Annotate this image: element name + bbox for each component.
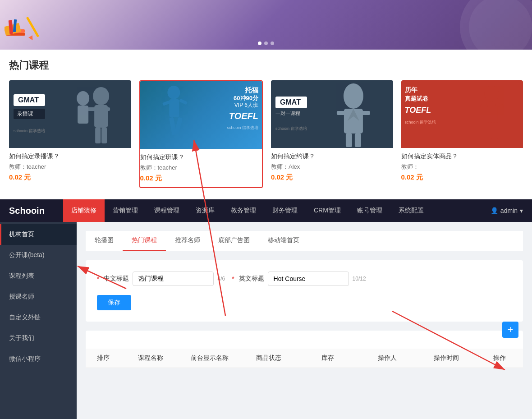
nav-items: 店铺装修 营销管理 课程管理 资源库 教务管理 财务管理 CRM管理 账号管理 … xyxy=(63,199,491,222)
svg-rect-5 xyxy=(26,17,39,37)
svg-point-17 xyxy=(167,86,180,99)
course-price-4: 0.02 元 xyxy=(401,173,523,182)
english-char-count: 10/12 xyxy=(353,276,366,282)
sidebar-item-home[interactable]: 机构首页 xyxy=(0,224,77,245)
nav-item-account[interactable]: 账号管理 xyxy=(349,199,390,222)
svg-rect-20 xyxy=(179,99,187,105)
svg-point-8 xyxy=(469,0,532,50)
course-card-1[interactable]: GMAT 录播课 schooin 留学选培 如何搞定录播课？ 教师：teache… xyxy=(9,80,131,188)
english-title-group: * 英文标题 10/12 xyxy=(232,272,366,286)
tab-recommend-teacher[interactable]: 推荐名师 xyxy=(166,231,209,251)
chinese-title-group: * 中文标题 4/6 xyxy=(97,272,225,286)
add-course-button[interactable]: + xyxy=(502,322,518,338)
chinese-title-input[interactable] xyxy=(133,272,214,286)
nav-admin[interactable]: 👤 admin ▾ xyxy=(491,207,523,214)
col-header-actions: 操作 xyxy=(476,354,523,362)
nav-item-marketing[interactable]: 营销管理 xyxy=(105,199,146,222)
svg-rect-32 xyxy=(481,104,488,107)
courses-grid: GMAT 录播课 schooin 留学选培 如何搞定录播课？ 教师：teache… xyxy=(9,80,523,188)
course-name-2: 如何搞定班课？ xyxy=(140,153,262,161)
course-img-4: 历年 真题试卷 TOEFL schooin 留学选培 xyxy=(401,80,523,148)
course-info-2: 如何搞定班课？ 教师：teacher 0.02 元 xyxy=(140,149,262,187)
admin-label: admin xyxy=(500,207,518,214)
svg-rect-12 xyxy=(101,107,110,111)
svg-point-30 xyxy=(485,86,499,102)
nav-item-system[interactable]: 系统配置 xyxy=(390,199,432,222)
course-img-3: GMAT 一对一课程 schooin 留学选培 xyxy=(271,80,393,148)
course-card-2[interactable]: 托福 60冲90分 VIP 6人班 TOEFL schooin 留学选培 如何搞… xyxy=(139,80,263,188)
col-header-status: 商品状态 xyxy=(239,354,298,362)
nav-item-finance[interactable]: 财务管理 xyxy=(264,199,306,222)
course-price-2: 0.02 元 xyxy=(140,174,262,183)
svg-rect-28 xyxy=(355,134,361,147)
nav-item-teaching[interactable]: 教务管理 xyxy=(223,199,264,222)
english-title-input[interactable] xyxy=(268,272,349,286)
chinese-title-label: 中文标题 xyxy=(104,275,129,283)
banner-dot-3[interactable] xyxy=(271,41,274,45)
tab-mobile[interactable]: 移动端首页 xyxy=(259,231,308,251)
chevron-down-icon: ▾ xyxy=(520,207,523,214)
svg-rect-14 xyxy=(101,128,107,143)
course-teacher-1: 教师：teacher xyxy=(9,163,131,171)
nav-item-course[interactable]: 课程管理 xyxy=(146,199,188,222)
col-header-display-name: 前台显示名称 xyxy=(180,354,239,362)
svg-rect-26 xyxy=(361,111,370,115)
banner-books-icon xyxy=(5,2,59,45)
banner-dot-2[interactable] xyxy=(264,41,268,45)
banner xyxy=(0,0,532,50)
sidebar-item-opencourse[interactable]: 公开课(beta) xyxy=(0,245,77,266)
tab-hot-course[interactable]: 热门课程 xyxy=(123,231,166,251)
sidebar-item-courselist[interactable]: 课程列表 xyxy=(0,266,77,286)
english-title-label: 英文标题 xyxy=(239,275,264,283)
col-header-name: 课程名称 xyxy=(121,354,180,362)
course-img-2: 托福 60冲90分 VIP 6人班 TOEFL schooin 留学选培 xyxy=(140,81,262,149)
chinese-char-count: 4/6 xyxy=(217,276,225,282)
person-reading-silhouette xyxy=(456,80,523,148)
required-star-en: * xyxy=(232,275,234,282)
content-area: 轮播图 热门课程 推荐名师 底部广告图 移动端首页 * 中文标题 4/6 * 英… xyxy=(77,222,532,419)
nav-item-resource[interactable]: 资源库 xyxy=(188,199,223,222)
svg-rect-13 xyxy=(95,128,101,143)
banner-dots xyxy=(258,41,274,45)
col-header-operator: 操作人 xyxy=(358,354,417,362)
svg-rect-35 xyxy=(493,122,498,139)
course-info-1: 如何搞定录播课？ 教师：teacher 0.02 元 xyxy=(9,148,131,186)
svg-rect-34 xyxy=(487,122,492,139)
navbar: Schooin 店铺装修 营销管理 课程管理 资源库 教务管理 财务管理 CRM… xyxy=(0,199,532,222)
user-icon: 👤 xyxy=(491,207,498,214)
hot-courses-title: 热门课程 xyxy=(9,59,523,72)
course-card-3[interactable]: GMAT 一对一课程 schooin 留学选培 如何搞定约课？ 教师：Alex … xyxy=(271,80,393,188)
course-teacher-2: 教师：teacher xyxy=(140,164,262,172)
people-silhouette xyxy=(58,80,131,148)
nav-item-store[interactable]: 店铺装修 xyxy=(63,199,105,222)
sidebar-item-teacher[interactable]: 授课名师 xyxy=(0,286,77,307)
sidebar-item-about[interactable]: 关于我们 xyxy=(0,328,77,349)
table-header: 排序 课程名称 前台显示名称 商品状态 库存 操作人 操作时间 操作 xyxy=(86,349,523,368)
course-name-3: 如何搞定约课？ xyxy=(271,152,393,161)
course-card-4[interactable]: 历年 真题试卷 TOEFL schooin 留学选培 如何搞定实体商品？ 教师：… xyxy=(401,80,523,188)
course-info-4: 如何搞定实体商品？ 教师： 0.02 元 xyxy=(401,148,523,186)
tabs-bar: 轮播图 热门课程 推荐名师 底部广告图 移动端首页 xyxy=(86,231,523,251)
nav-item-crm[interactable]: CRM管理 xyxy=(306,199,349,222)
tab-bottom-ad[interactable]: 底部广告图 xyxy=(209,231,259,251)
svg-point-15 xyxy=(77,91,89,106)
required-star-cn: * xyxy=(97,275,99,282)
table-section: + 排序 课程名称 前台显示名称 商品状态 库存 操作人 操作时间 操作 xyxy=(86,331,523,368)
save-button[interactable]: 保存 xyxy=(97,295,131,310)
svg-rect-25 xyxy=(337,111,346,115)
banner-dot-1[interactable] xyxy=(258,41,261,45)
sidebar-item-wechat[interactable]: 微信小程序 xyxy=(0,349,77,369)
form-row: * 中文标题 4/6 * 英文标题 10/12 xyxy=(97,272,512,286)
svg-point-9 xyxy=(93,87,109,105)
svg-marker-6 xyxy=(28,35,35,41)
athlete-silhouette xyxy=(140,81,207,149)
svg-rect-27 xyxy=(346,134,352,147)
svg-rect-18 xyxy=(169,99,179,117)
svg-point-23 xyxy=(344,83,363,109)
sidebar: 机构首页 公开课(beta) 课程列表 授课名师 自定义外链 关于我们 微信小程… xyxy=(0,222,77,419)
svg-rect-16 xyxy=(78,106,88,124)
sidebar-item-custom-link[interactable]: 自定义外链 xyxy=(0,307,77,328)
teacher-silhouette xyxy=(314,80,393,148)
main-layout: 机构首页 公开课(beta) 课程列表 授课名师 自定义外链 关于我们 微信小程… xyxy=(0,222,532,419)
tab-banner[interactable]: 轮播图 xyxy=(86,231,123,251)
